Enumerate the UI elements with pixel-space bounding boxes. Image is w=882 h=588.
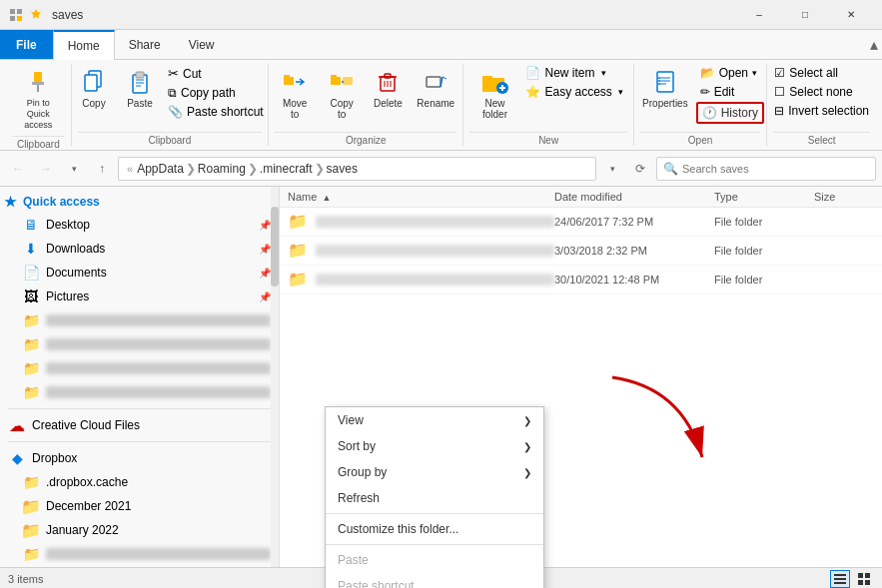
select-all-button[interactable]: ☑ Select all (770, 64, 873, 82)
svg-rect-14 (284, 75, 290, 78)
col-name-header[interactable]: Name ▲ (288, 191, 554, 203)
ctx-sort-by[interactable]: Sort by ❯ (326, 433, 543, 459)
path-minecraft[interactable]: .minecraft (260, 162, 313, 176)
table-row[interactable]: 📁 3/03/2018 2:32 PM File folder (280, 237, 882, 266)
properties-label: Properties (642, 98, 688, 109)
ctx-customize[interactable]: Customize this folder... (326, 516, 543, 542)
sidebar-item-documents[interactable]: 📄 Documents 📌 (0, 261, 279, 285)
address-path[interactable]: « AppData ❯ Roaming ❯ .minecraft ❯ saves (118, 157, 596, 181)
up-button[interactable]: ↑ (90, 157, 114, 181)
new-item-button[interactable]: 📄 New item ▾ (521, 64, 626, 82)
paste-shortcut-button[interactable]: 📎 Paste shortcut (164, 103, 268, 121)
ctx-paste-shortcut: Paste shortcut (326, 573, 543, 588)
address-bar: ← → ▾ ↑ « AppData ❯ Roaming ❯ .minecraft… (0, 151, 882, 187)
sidebar-scrollbar-track[interactable] (271, 187, 279, 567)
cut-label: Cut (183, 67, 202, 81)
search-input[interactable] (682, 163, 869, 175)
ctx-refresh-label: Refresh (338, 491, 380, 505)
minimize-button[interactable]: – (736, 0, 782, 30)
main-area: ★ Quick access 🖥 Desktop 📌 ⬇ Downloads 📌… (0, 187, 882, 567)
sidebar-item-blurred-1[interactable]: 📁 (0, 308, 279, 332)
sidebar-item-december-2021[interactable]: 📁 December 2021 (0, 494, 279, 518)
sidebar-item-dropbox-cache[interactable]: 📁 .dropbox.cache (0, 470, 279, 494)
back-button[interactable]: ← (6, 157, 30, 181)
select-none-button[interactable]: ☐ Select none (770, 83, 873, 101)
edit-button[interactable]: ✏ Edit (696, 83, 764, 101)
sidebar-item-blurred-3[interactable]: 📁 (0, 356, 279, 380)
sidebar-divider-2 (8, 441, 271, 442)
creative-cloud-section: ☁ Creative Cloud Files (0, 413, 279, 437)
recent-locations-button[interactable]: ▾ (62, 157, 86, 181)
forward-button[interactable]: → (34, 157, 58, 181)
history-label: History (721, 106, 758, 120)
tab-file[interactable]: File (0, 30, 53, 59)
refresh-button[interactable]: ⟳ (628, 157, 652, 181)
sidebar-item-creative-cloud[interactable]: ☁ Creative Cloud Files (0, 413, 279, 437)
ribbon-collapse-btn[interactable]: ▴ (870, 30, 882, 59)
tab-home[interactable]: Home (53, 30, 115, 60)
sidebar-item-blurred-4[interactable]: 📁 (0, 380, 279, 404)
clipboard-stack: ✂ Cut ⧉ Copy path 📎 Paste shortcut (164, 64, 268, 121)
svg-rect-43 (858, 573, 863, 578)
cut-button[interactable]: ✂ Cut (164, 64, 268, 83)
organize-items: Move to Copy to (272, 64, 459, 130)
easy-access-button[interactable]: ⭐ Easy access ▾ (521, 83, 626, 101)
close-button[interactable]: ✕ (828, 0, 874, 30)
delete-button[interactable]: Delete (366, 64, 410, 113)
folder-icon-1: 📁 (288, 212, 308, 232)
sidebar-item-dropbox[interactable]: ◆ Dropbox (0, 446, 279, 470)
sidebar-scrollbar-thumb[interactable] (271, 207, 279, 287)
table-row[interactable]: 📁 30/10/2021 12:48 PM File folder (280, 266, 882, 294)
copy-button[interactable]: Copy (72, 64, 116, 113)
col-size-header[interactable]: Size (814, 191, 874, 203)
maximize-button[interactable]: □ (782, 0, 828, 30)
copy-to-button[interactable]: Copy to (320, 64, 365, 124)
new-folder-button[interactable]: New folder (469, 64, 519, 124)
sidebar-item-blurred-dropbox[interactable]: 📁 (0, 542, 279, 566)
pin-to-quick-access-button[interactable]: Pin to Quick access (10, 64, 66, 134)
ctx-refresh[interactable]: Refresh (326, 485, 543, 511)
details-view-button[interactable] (830, 570, 850, 588)
quick-access-header[interactable]: ★ Quick access (0, 191, 279, 213)
blurred-dropbox-label (46, 548, 271, 560)
paste-button[interactable]: Paste (118, 64, 162, 113)
sidebar-item-pictures[interactable]: 🖼 Pictures 📌 (0, 285, 279, 308)
search-box[interactable]: 🔍 (656, 157, 876, 181)
pictures-label: Pictures (46, 290, 255, 303)
rename-button[interactable]: Rename (412, 64, 459, 113)
open-label: Open (719, 66, 748, 80)
copy-path-button[interactable]: ⧉ Copy path (164, 84, 268, 102)
select-all-label: Select all (789, 66, 838, 80)
path-saves[interactable]: saves (327, 162, 358, 176)
table-row[interactable]: 📁 24/06/2017 7:32 PM File folder (280, 208, 882, 237)
large-icons-view-button[interactable] (854, 570, 874, 588)
ctx-view-arrow: ❯ (523, 415, 531, 426)
sidebar-item-january-2022[interactable]: 📁 January 2022 (0, 518, 279, 542)
paste-shortcut-label: Paste shortcut (187, 105, 264, 119)
ctx-group-by[interactable]: Group by ❯ (326, 459, 543, 485)
sidebar-item-downloads[interactable]: ⬇ Downloads 📌 (0, 237, 279, 261)
col-type-header[interactable]: Type (714, 191, 814, 203)
svg-rect-20 (385, 74, 391, 78)
sidebar-divider-1 (8, 408, 271, 409)
properties-button[interactable]: Properties (636, 64, 694, 113)
move-to-button[interactable]: Move to (272, 64, 318, 124)
sidebar-item-desktop[interactable]: 🖥 Desktop 📌 (0, 213, 279, 237)
tab-view[interactable]: View (175, 30, 229, 59)
history-button[interactable]: 🕐 History (696, 102, 764, 124)
open-button[interactable]: 📂 Open ▾ (696, 64, 764, 82)
select-all-icon: ☑ (774, 66, 785, 80)
invert-selection-button[interactable]: ⊟ Invert selection (770, 102, 873, 120)
ribbon-group-open: Properties 📂 Open ▾ ✏ Edit 🕐 History (634, 64, 767, 146)
sidebar-item-blurred-2[interactable]: 📁 (0, 332, 279, 356)
open-items: Properties 📂 Open ▾ ✏ Edit 🕐 History (636, 64, 764, 130)
path-dropdown-button[interactable]: ▾ (600, 157, 624, 181)
easy-access-label: Easy access (544, 85, 611, 99)
col-date-header[interactable]: Date modified (554, 191, 714, 203)
svg-rect-5 (37, 84, 39, 92)
ctx-view[interactable]: View ❯ (326, 407, 543, 433)
tab-share[interactable]: Share (115, 30, 175, 59)
path-roaming[interactable]: Roaming (198, 162, 246, 176)
ctx-sort-arrow: ❯ (523, 441, 531, 452)
path-appdata[interactable]: AppData (137, 162, 184, 176)
